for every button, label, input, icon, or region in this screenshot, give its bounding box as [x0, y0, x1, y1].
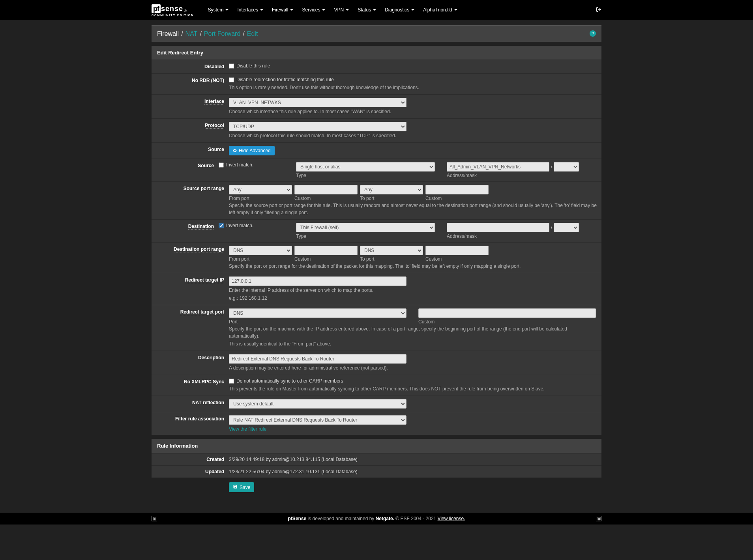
checkbox-nordr[interactable]	[229, 77, 234, 82]
select-dest-type[interactable]: This Firewall (self)	[296, 223, 435, 232]
page-container: Firewall / NAT / Port Forward / Edit ? E…	[152, 25, 601, 497]
select-protocol[interactable]: TCP/UDP	[229, 122, 406, 131]
label-source-btn: Source	[152, 146, 229, 152]
help-icon[interactable]: ?	[590, 30, 596, 37]
input-dest-to-custom[interactable]	[425, 246, 489, 255]
nav-hostname[interactable]: AlphaTrion.tld	[419, 5, 461, 15]
footer: pfSense is developed and maintained by N…	[0, 513, 753, 525]
label-disabled: Disabled	[152, 63, 229, 69]
help-src-range: Specify the source port or port range fo…	[229, 202, 597, 216]
label-noxml: No XMLRPC Sync	[152, 378, 229, 385]
checkbox-dest-invert[interactable]	[219, 223, 224, 228]
nav-system[interactable]: System	[204, 5, 232, 15]
select-src-mask[interactable]	[554, 162, 579, 172]
label-interface: Interface	[152, 98, 229, 104]
select-dest-from-port[interactable]: DNS	[229, 246, 292, 255]
panel-edit-redirect: Edit Redirect Entry Disabled Disable thi…	[152, 46, 601, 435]
select-nat-refl[interactable]: Use system default	[229, 399, 406, 409]
input-src-from-custom[interactable]	[294, 185, 358, 194]
label-filter-assoc: Filter rule association	[152, 415, 229, 422]
footer-text: pfSense is developed and maintained by N…	[157, 516, 596, 521]
select-dest-to-port[interactable]: DNS	[360, 246, 423, 255]
src-invert-text: Invert match.	[226, 162, 253, 168]
label-protocol: Protocol	[152, 122, 229, 128]
help-protocol: Choose which protocol this rule should m…	[229, 132, 597, 139]
input-redirect-ip[interactable]	[229, 276, 406, 286]
label-redirect-ip: Redirect target IP	[152, 276, 229, 283]
select-dest-mask[interactable]	[554, 223, 579, 232]
input-dest-addr[interactable]	[447, 223, 549, 232]
help-nordr: This option is rarely needed. Don't use …	[229, 84, 597, 91]
dest-invert-text: Invert match.	[226, 223, 253, 228]
caret-icon	[290, 9, 293, 11]
label-dest-port-range: Destination port range	[152, 246, 229, 252]
label-created: Created	[152, 457, 229, 462]
select-interface[interactable]: VLAN_VPN_NETWKS	[229, 98, 406, 107]
select-src-from-port[interactable]: Any	[229, 185, 292, 194]
input-src-addr[interactable]	[447, 162, 549, 172]
help-dest-range: Specify the port or port range for the d…	[229, 263, 597, 270]
crumb-nat[interactable]: NAT	[185, 30, 198, 37]
select-src-type[interactable]: Single host or alias	[296, 162, 435, 172]
value-updated: 1/23/21 22:56:04 by admin@172.31.10.131 …	[229, 469, 601, 474]
label-nordr: No RDR (NOT)	[152, 77, 229, 83]
sublabel-src-type: Type	[296, 173, 304, 178]
footer-right-icon[interactable]	[596, 516, 601, 521]
nav-items: System Interfaces Firewall Services VPN …	[204, 5, 461, 15]
value-created: 3/29/20 14:49:18 by admin@10.213.84.115 …	[229, 457, 601, 462]
label-source: Source	[152, 162, 219, 168]
label-destination: Destination	[152, 223, 219, 229]
panel-title: Edit Redirect Entry	[152, 46, 601, 60]
nav-vpn[interactable]: VPN	[330, 5, 353, 15]
caret-icon	[454, 9, 457, 11]
nav-status[interactable]: Status	[354, 5, 380, 15]
label-updated: Updated	[152, 469, 229, 474]
view-license-link[interactable]: View license.	[438, 516, 465, 521]
checkbox-nordr-text: Disable redirection for traffic matching…	[236, 77, 334, 82]
label-description: Description	[152, 354, 229, 360]
label-redirect-port: Redirect target port	[152, 308, 229, 315]
panel2-title: Rule Information	[152, 439, 601, 453]
select-filter-assoc[interactable]: Rule NAT Redirect External DNS Requests …	[229, 415, 406, 425]
caret-icon	[373, 9, 376, 11]
select-redirect-port[interactable]: DNS	[229, 308, 406, 318]
logo-subtitle: COMMUNITY EDITION	[152, 14, 194, 17]
label-src-port-range: Source port range	[152, 185, 229, 191]
caret-icon	[225, 9, 229, 11]
view-filter-rule-link[interactable]: View the filter rule	[229, 426, 266, 432]
breadcrumb: Firewall / NAT / Port Forward / Edit ?	[152, 25, 601, 42]
checkbox-disabled[interactable]	[229, 63, 234, 69]
nav-services[interactable]: Services	[298, 5, 329, 15]
sublabel-src-addrmask: Address/mask	[447, 173, 597, 178]
help-interface: Choose which interface this rule applies…	[229, 108, 597, 115]
caret-icon	[411, 9, 414, 11]
panel-rule-info: Rule Information Created 3/29/20 14:49:1…	[152, 439, 601, 478]
caret-icon	[346, 9, 349, 11]
footer-left-icon[interactable]	[152, 516, 157, 521]
checkbox-disabled-text: Disable this rule	[236, 63, 270, 69]
logout-icon[interactable]	[596, 7, 601, 13]
gear-icon: ✿	[233, 148, 237, 153]
label-nat-refl: NAT reflection	[152, 399, 229, 405]
checkbox-noxml[interactable]	[229, 379, 234, 384]
checkbox-src-invert[interactable]	[219, 162, 224, 168]
select-src-to-port[interactable]: Any	[360, 185, 423, 194]
nav-firewall[interactable]: Firewall	[268, 5, 297, 15]
crumb-firewall: Firewall	[157, 30, 179, 37]
crumb-port-forward[interactable]: Port Forward	[204, 30, 240, 37]
save-button[interactable]: Save	[229, 482, 254, 492]
nav-interfaces[interactable]: Interfaces	[233, 5, 267, 15]
logo-pf: pf	[152, 4, 161, 13]
input-redirect-port-custom[interactable]	[418, 308, 596, 318]
crumb-edit[interactable]: Edit	[247, 30, 258, 37]
hide-advanced-button[interactable]: ✿ Hide Advanced	[229, 146, 275, 155]
save-icon	[233, 484, 238, 490]
logo-sense: sense	[161, 5, 183, 13]
input-dest-from-custom[interactable]	[294, 246, 358, 255]
input-description[interactable]	[229, 354, 406, 364]
brand-logo[interactable]: pf sense ® COMMUNITY EDITION	[152, 4, 194, 17]
nav-diagnostics[interactable]: Diagnostics	[381, 5, 418, 15]
caret-icon	[260, 9, 263, 11]
caret-icon	[322, 9, 325, 11]
input-src-to-custom[interactable]	[425, 185, 489, 194]
